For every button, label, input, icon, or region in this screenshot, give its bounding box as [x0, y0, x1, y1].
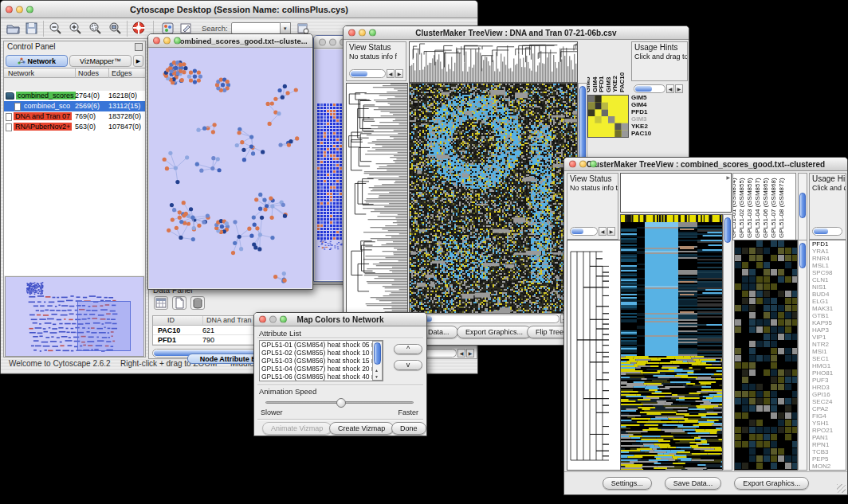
tab-vizmapper[interactable]: VizMapper™ [69, 55, 132, 67]
attribute-item[interactable]: GPL51-02 (GSM855) heat shock 10 min [260, 349, 383, 357]
attribute-item[interactable]: GPL51-06 (GSM865) heat shock 40 min [260, 373, 383, 381]
gene-label[interactable]: KAP95 [812, 319, 846, 326]
gene-label[interactable]: YKE2 [631, 123, 666, 130]
new-attribute-icon[interactable] [172, 296, 186, 310]
gene-label[interactable]: MAK31 [812, 305, 846, 312]
save-session-button[interactable] [24, 21, 39, 36]
column-label[interactable]: PAC10 [618, 72, 626, 92]
minimize-button[interactable] [16, 6, 23, 13]
close-button[interactable] [259, 316, 266, 323]
zoom-button[interactable] [369, 29, 376, 37]
attribute-item[interactable]: GPL51-04 (GSM857) heat shock 20 min [260, 365, 383, 373]
minimize-button[interactable] [269, 316, 277, 323]
gene-label[interactable]: YSH1 [812, 420, 846, 427]
move-down-button[interactable]: v [394, 360, 422, 370]
gene-label[interactable]: SEC1 [812, 355, 846, 362]
gene-label[interactable]: FIG4 [812, 412, 846, 420]
tv2-column-dendrogram[interactable]: ▶ [620, 173, 732, 213]
col-nodes[interactable]: Nodes [75, 68, 99, 78]
column-label[interactable]: GPL51-08 (GSM872) [778, 178, 785, 238]
close-button[interactable] [319, 38, 326, 45]
column-label[interactable]: PFD1 [598, 76, 605, 92]
tv2-labels-vscrollbar[interactable] [798, 173, 807, 240]
tv2-usage-scrollbar[interactable] [812, 227, 842, 236]
slider-thumb[interactable] [336, 398, 346, 408]
zoom-in-button[interactable] [68, 21, 83, 36]
scroll-left-icon[interactable]: ◀ [457, 349, 465, 357]
net1-titlebar[interactable]: combined_scores_good.txt--cluste... [148, 34, 312, 48]
tv1-column-dendrogram[interactable] [409, 41, 578, 83]
close-button[interactable] [153, 37, 160, 45]
create-vizmap-button[interactable]: Create Vizmap [329, 422, 394, 435]
network-table-row[interactable]: DNA and Tran 07769(0)183728(0) [4, 111, 145, 122]
gene-label[interactable]: RNR4 [812, 255, 846, 262]
tv2-heatmap-vscrollbar[interactable] [723, 214, 732, 471]
gene-label[interactable]: BUD4 [812, 291, 846, 298]
scroll-down-icon[interactable]: ▼ [375, 374, 379, 379]
scroll-up-icon[interactable]: ▲ [375, 368, 379, 373]
column-label[interactable]: YKE2 [611, 76, 618, 92]
gene-label[interactable]: GPI16 [812, 391, 846, 398]
scroll-right-icon[interactable]: ▶ [466, 349, 474, 357]
close-button[interactable] [6, 6, 13, 13]
zoom-fit-button[interactable] [108, 21, 123, 36]
gene-label[interactable]: PAN1 [812, 434, 846, 441]
minimize-button[interactable] [329, 38, 336, 45]
search-dropdown-button[interactable]: ▼ [281, 22, 291, 34]
tv2-titlebar[interactable]: ClusterMaker TreeView : combined_scores_… [564, 158, 847, 171]
tv1-status-scrollbar[interactable]: ◀▶ [349, 69, 403, 78]
minimize-button[interactable] [359, 29, 366, 37]
attribute-list[interactable]: GPL51-01 (GSM854) heat shock 05 minGPL51… [259, 340, 383, 381]
gene-label[interactable]: MSL1 [812, 262, 846, 269]
gene-label[interactable]: PFD1 [812, 240, 846, 248]
zoom-button[interactable] [280, 316, 287, 323]
delete-attribute-icon[interactable] [190, 296, 205, 310]
gene-label[interactable]: NIS1 [812, 283, 846, 291]
tv2-row-dendrogram[interactable] [567, 240, 621, 471]
col-edges[interactable]: Edges [108, 68, 132, 78]
attribute-item[interactable]: GPL51-03 (GSM856) heat shock 15 min [260, 357, 383, 365]
gene-label[interactable]: SPC98 [812, 269, 846, 276]
gene-label[interactable]: NTR2 [812, 341, 846, 348]
zoom-selected-button[interactable] [88, 21, 103, 36]
search-input[interactable] [231, 22, 281, 34]
gene-label[interactable]: CPA2 [812, 405, 846, 412]
zoom-button[interactable] [590, 161, 597, 168]
zoom-out-button[interactable] [48, 21, 63, 36]
tab-network[interactable]: Network [6, 55, 68, 67]
gene-label[interactable]: TCB3 [812, 448, 846, 455]
column-label[interactable]: GPL51-04 (GSM857) [754, 178, 761, 238]
help-lifesaver-icon[interactable] [132, 21, 147, 36]
gene-label[interactable]: GIM3 [631, 115, 666, 123]
minimize-button[interactable] [163, 37, 171, 45]
gene-label[interactable]: MSI1 [812, 348, 846, 355]
column-label[interactable]: GPL51-07 (GSM868) [770, 178, 777, 238]
scroll-arrow-icon[interactable]: ▶ [726, 174, 730, 180]
network-graph-canvas[interactable] [149, 48, 312, 288]
gene-label[interactable]: PAC10 [631, 130, 666, 137]
gene-label[interactable]: HMG1 [812, 362, 846, 369]
attribute-item[interactable]: GPL51-07 (GSM868) heat shock 60 min [260, 381, 383, 381]
tv2-status-scrollbar[interactable]: ◀▶ [570, 227, 615, 236]
gene-label[interactable]: RPO21 [812, 427, 846, 434]
gene-label[interactable]: GIM5 [631, 94, 666, 101]
attribute-item[interactable]: GPL51-01 (GSM854) heat shock 05 min [260, 341, 383, 349]
column-label[interactable]: GPL51-02 (GSM855) [738, 178, 745, 238]
gene-label[interactable]: VIP1 [812, 334, 846, 341]
export-graphics-button[interactable]: Export Graphics... [457, 326, 532, 338]
network-table-row[interactable]: combined_scores2764(0)16218(0) [4, 91, 145, 101]
resize-grip[interactable] [837, 484, 846, 493]
network-overview-canvas[interactable] [6, 277, 143, 356]
gene-label[interactable]: GIM4 [631, 101, 666, 108]
gene-label[interactable]: PFD1 [631, 108, 666, 115]
select-attributes-icon[interactable] [154, 296, 168, 310]
export-graphics-button[interactable]: Export Graphics... [734, 477, 809, 490]
gene-label[interactable]: HAP3 [812, 326, 846, 334]
gene-label[interactable]: HRD3 [812, 384, 846, 391]
tab-overflow-button[interactable]: ▶ [133, 55, 143, 67]
float-panel-icon[interactable] [135, 43, 143, 51]
column-label[interactable]: GPL51-03 (GSM856) [746, 178, 753, 238]
gene-label[interactable]: MON2 [812, 463, 846, 470]
column-label[interactable]: GPL51-06 (GSM865) [762, 178, 769, 238]
gene-label[interactable]: PHO81 [812, 369, 846, 377]
